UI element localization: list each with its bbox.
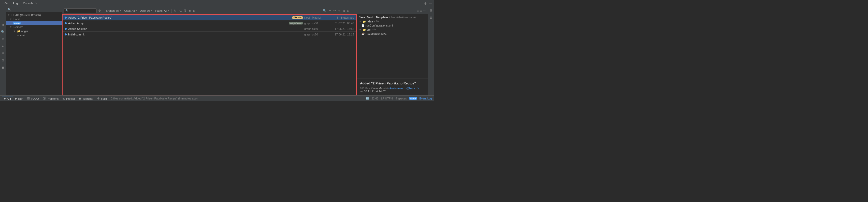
commit-author-1: graphics80 bbox=[304, 22, 324, 25]
commit-message-1: Added Array bbox=[68, 22, 287, 25]
expand-icon[interactable]: ⊢ bbox=[328, 8, 332, 13]
right-list-icon[interactable]: ≡ bbox=[417, 9, 419, 12]
commit-row-0[interactable]: Added "2 Prisen Paprika to Recipe" 🏷 mai… bbox=[63, 15, 356, 20]
minimize-icon[interactable]: — bbox=[429, 2, 432, 5]
commit-message-3: Initial commit bbox=[68, 33, 303, 36]
console-close-icon[interactable]: ✕ bbox=[35, 2, 37, 5]
origin-arrow: ▼ bbox=[13, 30, 16, 32]
nav-icon-1[interactable]: ↑ bbox=[2, 8, 4, 13]
head-arrow: ▼ bbox=[8, 14, 10, 16]
detail-email[interactable]: <kevin.maurizi@bzz.ch> bbox=[389, 87, 419, 90]
nav-icon-bookmark[interactable]: ★ bbox=[1, 44, 5, 48]
right-icon-2[interactable]: ⊟ bbox=[429, 15, 433, 20]
project-file-count: 2 files bbox=[389, 16, 395, 19]
commit-search-icon: 🔍 bbox=[65, 9, 68, 12]
profiler-tab-icon: ◎ bbox=[63, 97, 65, 100]
commit-date-3: 17.06.21, 13:13 bbox=[326, 33, 354, 36]
toolbar-icons: ⚙ — bbox=[424, 2, 432, 5]
nav-icon-settings[interactable]: ⚙ bbox=[1, 58, 5, 63]
nav-icon-grid[interactable]: ▣ bbox=[1, 65, 5, 70]
commit-row-3[interactable]: Initial commit graphics80 17.06.21, 13:1… bbox=[63, 32, 356, 37]
tree-item-origin[interactable]: ▼ 📁 origin bbox=[6, 29, 62, 33]
undo-icon[interactable]: ↩ bbox=[333, 8, 336, 13]
bottom-tab-todo[interactable]: ☑ TODO bbox=[25, 96, 41, 101]
nav-icon-search[interactable]: 🔍 bbox=[1, 30, 5, 34]
branch-search-bar: 🔍 bbox=[6, 7, 62, 12]
fetch-icon[interactable]: ⌥ bbox=[178, 8, 182, 13]
more-icon[interactable]: ⋯ bbox=[351, 8, 355, 13]
sort-icon[interactable]: ⇅ bbox=[183, 8, 187, 13]
right-panel: ≡ ⊟ ⋯ Java_Basic_Template 2 files ~/Idea… bbox=[356, 7, 428, 95]
filter-icon[interactable]: ⊟ bbox=[346, 8, 350, 13]
tree-item-local[interactable]: ▼ Local bbox=[6, 17, 62, 21]
detail-title: Added "2 Prisen Paprika to Recipe" bbox=[360, 81, 425, 85]
bottom-tab-git[interactable]: ⊳ Git bbox=[2, 96, 13, 101]
bottom-tab-run[interactable]: ▶ Run bbox=[13, 96, 25, 101]
idea-label: .idea bbox=[367, 20, 373, 23]
user-filter[interactable]: User: All ▾ bbox=[123, 9, 138, 13]
paths-filter[interactable]: Paths: All ▾ bbox=[154, 9, 170, 13]
nav-icon-3[interactable]: ◉ bbox=[1, 22, 5, 27]
right-filter-icon[interactable]: ⊟ bbox=[420, 9, 422, 12]
origin-main-label: main bbox=[20, 34, 26, 37]
event-log-link[interactable]: Event Log bbox=[419, 97, 432, 100]
commit-search-input[interactable] bbox=[69, 9, 95, 12]
commit-dot-3 bbox=[65, 33, 67, 35]
settings-toolbar-icon[interactable]: ⚙ bbox=[98, 8, 101, 13]
status-message: 2 files committed: Added "2 Prisen Papri… bbox=[111, 97, 364, 100]
tab-console[interactable]: Console ✕ bbox=[20, 1, 39, 6]
top-toolbar: Git Log Console ✕ ⚙ — bbox=[0, 0, 434, 7]
nav-icon-5[interactable]: ✏ bbox=[1, 37, 5, 41]
branch-filter-arrow: ▾ bbox=[120, 9, 121, 12]
terminal-tab-icon: ⊞ bbox=[79, 97, 82, 100]
commit-author-2: graphics80 bbox=[304, 27, 324, 30]
right-icon-1[interactable]: ⊞ bbox=[429, 8, 433, 13]
src-label: src bbox=[367, 28, 371, 31]
app-container: Git Log Console ✕ ⚙ — ↑ ↓ ◉ 🔍 ✏ ★ ⊕ ⚙ ▣ bbox=[0, 0, 434, 101]
head-label: HEAD (Current Branch) bbox=[11, 14, 41, 17]
commit-tag-main: 🏷 main bbox=[292, 16, 303, 19]
settings-icon[interactable]: ⚙ bbox=[424, 2, 427, 5]
tab-git[interactable]: Git bbox=[2, 1, 11, 6]
grid-icon[interactable]: ⊞ bbox=[342, 8, 345, 13]
bottom-right-status: 🔄 22:62 LF UTF-8 4 spaces main Event Log bbox=[366, 97, 432, 100]
tree-item-main-local[interactable]: main ↑ bbox=[6, 21, 62, 25]
detail-date: on 30.11.21 at 14:07 bbox=[360, 90, 425, 93]
search-commits-icon[interactable]: 🔍 bbox=[322, 8, 327, 13]
redo-icon[interactable]: ↪ bbox=[337, 8, 341, 13]
tree-item-remote[interactable]: ▼ Remote bbox=[6, 25, 62, 29]
bottom-tab-build[interactable]: ⚙ Build bbox=[95, 96, 109, 101]
nav-icon-2[interactable]: ↓ bbox=[2, 15, 4, 20]
branch-filter[interactable]: Branch: All ▾ bbox=[105, 9, 122, 13]
commit-dot-0 bbox=[65, 17, 67, 19]
branch-search-input[interactable] bbox=[12, 8, 60, 11]
todo-tab-label: TODO bbox=[31, 97, 39, 100]
nav-icon-6[interactable]: ⊕ bbox=[1, 51, 5, 56]
graph-icon[interactable]: ⊡ bbox=[193, 8, 196, 13]
date-filter-arrow: ▾ bbox=[151, 9, 152, 12]
right-file-tree: Java_Basic_Template 2 files ~/IdeaProjec… bbox=[357, 14, 428, 79]
bottom-tab-terminal[interactable]: ⊞ Terminal bbox=[77, 96, 95, 101]
right-tree-src[interactable]: ▼ 📁 src 1 file bbox=[357, 28, 428, 32]
right-tree-java[interactable]: ☕ Rezeptbuch.java bbox=[357, 32, 428, 36]
time-display: 22:62 bbox=[371, 97, 378, 100]
date-filter[interactable]: Date: All ▾ bbox=[139, 9, 153, 13]
tree-item-origin-main[interactable]: ⊢ main bbox=[6, 33, 62, 37]
commit-row-2[interactable]: Added Solution graphics80 17.06.21, 13:5… bbox=[63, 26, 356, 32]
bottom-tab-profiler[interactable]: ◎ Profiler bbox=[61, 96, 77, 101]
encoding-display: LF UTF-8 bbox=[381, 97, 393, 100]
right-more-icon[interactable]: ⋯ bbox=[423, 9, 426, 12]
right-tree-xml[interactable]: 📄 runConfigurations.xml bbox=[357, 23, 428, 28]
bottom-tab-problems[interactable]: ⓘ Problems bbox=[41, 96, 61, 101]
tree-item-head[interactable]: ▼ HEAD (Current Branch) bbox=[6, 13, 62, 17]
commit-row-1[interactable]: Added Array origin/main graphics80 01.07… bbox=[63, 20, 356, 26]
project-path: ~/IdeaProjects/m40 bbox=[396, 16, 416, 19]
toolbar-sep-1 bbox=[103, 9, 103, 13]
search-icon: 🔍 bbox=[8, 8, 11, 11]
refresh-icon[interactable]: ↻ bbox=[173, 8, 177, 13]
git-tab-icon: ⊳ bbox=[4, 97, 6, 100]
tab-log[interactable]: Log bbox=[11, 1, 20, 6]
commit-date-0: 8 minutes ago bbox=[326, 16, 354, 19]
eye-icon[interactable]: ◉ bbox=[188, 8, 192, 13]
right-tree-idea[interactable]: ▼ 📁 .idea 1 file bbox=[357, 19, 428, 23]
